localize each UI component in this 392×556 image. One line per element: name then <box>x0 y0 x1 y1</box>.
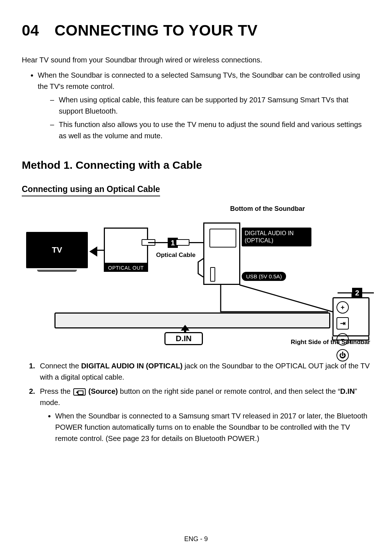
power-icon: ⏻ <box>336 349 349 361</box>
bullet-text: When the Soundbar is connected to a sele… <box>38 71 360 90</box>
method-heading: Method 1. Connecting with a Cable <box>22 159 370 171</box>
cable-plug-icon <box>176 239 189 246</box>
caption-right: Right Side of the Soundbar <box>291 339 370 346</box>
intro-text: Hear TV sound from your Soundbar through… <box>22 54 370 65</box>
tv-icon: TV <box>26 232 88 268</box>
list-item: This function also allows you to use the… <box>50 119 370 142</box>
arrow-icon <box>181 325 189 331</box>
sub-heading: Connecting using an Optical Cable <box>22 184 160 196</box>
source-icon: ⇥ <box>336 317 349 330</box>
soundbar-icon <box>54 312 330 328</box>
intro-bullets: When the Soundbar is connected to a sele… <box>22 70 370 142</box>
step-number: 1. <box>29 360 35 372</box>
list-item: When the Soundbar is connected to a sele… <box>38 70 370 142</box>
step-2: 2. Press the (Source) button on the righ… <box>29 386 370 444</box>
connector-line <box>97 250 104 251</box>
step-text-bold: DIGITAL AUDIO IN (OPTICAL) <box>81 362 183 370</box>
step-text: Connect the <box>40 362 81 370</box>
step-1: 1. Connect the DIGITAL AUDIO IN (OPTICAL… <box>29 360 370 383</box>
cable-caption: Optical Cable <box>156 252 196 259</box>
step-text: button on the right side panel or remote… <box>118 387 340 395</box>
caption-top: Bottom of the Soundbar <box>230 205 305 213</box>
list-item: When the Soundbar is connected to a Sams… <box>55 410 370 444</box>
step-marker-2: 2 <box>352 288 362 298</box>
step-text-bold: (Source) <box>86 387 118 395</box>
tv-optical-closeup <box>104 228 148 264</box>
volume-up-icon: + <box>336 301 349 314</box>
source-icon <box>73 388 86 396</box>
step-number: 2. <box>29 386 35 397</box>
optical-out-label: OPTICAL OUT <box>104 264 148 272</box>
soundbar-side-panel: + ⇥ − ⏻ <box>332 297 369 336</box>
instruction-steps: 1. Connect the DIGITAL AUDIO IN (OPTICAL… <box>22 360 370 444</box>
usb-label: USB (5V 0.5A) <box>242 272 286 281</box>
list-item: When using optical cable, this feature c… <box>50 94 370 117</box>
digital-audio-in-label: DIGITAL AUDIO IN (OPTICAL) <box>242 228 311 246</box>
connection-diagram: Bottom of the Soundbar TV OPTICAL OUT 1 … <box>22 205 370 350</box>
page-number: ENG - 9 <box>0 535 392 543</box>
soundbar-bottom-closeup <box>203 222 240 285</box>
step-text-bold: D.IN <box>340 387 355 395</box>
din-display-label: D.IN <box>164 332 203 345</box>
step-text: Press the <box>40 387 73 395</box>
page-title: 04 CONNECTING TO YOUR TV <box>22 22 370 39</box>
arrow-icon <box>89 246 97 257</box>
